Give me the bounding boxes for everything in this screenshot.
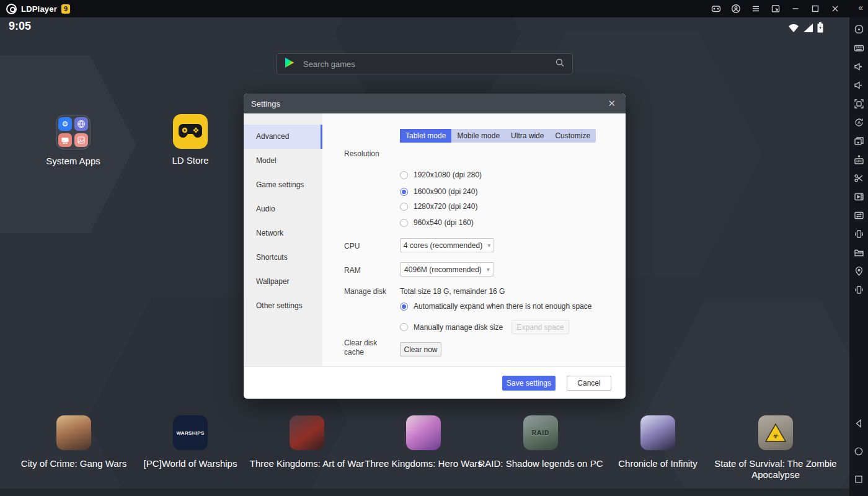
operation-mode-icon[interactable] — [849, 20, 868, 38]
recents-icon[interactable] — [849, 470, 868, 489]
game-three-kingdoms-hero-wars[interactable]: Three Kingdoms: Hero Wars — [358, 415, 489, 469]
settings-mini-icon: ⚙ — [58, 117, 72, 131]
tab-customize[interactable]: Customize — [549, 129, 596, 143]
dialog-footer: Save settings Cancel — [244, 366, 626, 399]
tab-tablet-mode[interactable]: Tablet mode — [400, 129, 451, 143]
settings-dialog-header[interactable]: Settings ✕ — [244, 94, 626, 113]
sidebar-item-model[interactable]: Model — [244, 149, 322, 173]
volume-down-icon[interactable] — [849, 76, 868, 94]
minimize-icon[interactable] — [789, 2, 802, 16]
game-city-of-crime[interactable]: City of Crime: Gang Wars — [8, 415, 140, 469]
screenshot-icon[interactable] — [849, 169, 868, 187]
game-label: Three Kingdoms: Hero Wars — [358, 458, 489, 469]
system-apps-folder-icon: ⚙ — [56, 115, 91, 149]
tab-mobile-mode[interactable]: Mobile mode — [451, 129, 505, 143]
virtual-location-icon[interactable] — [849, 262, 868, 280]
search-input[interactable]: Search games — [277, 53, 573, 74]
resolution-label: Resolution — [344, 149, 379, 158]
cancel-button[interactable]: Cancel — [567, 376, 611, 391]
resolution-option-960x540[interactable]: 960x540 (dpi 160) — [400, 218, 474, 227]
back-icon[interactable] — [849, 414, 868, 433]
game-icon-text: WARSHIPS — [176, 430, 204, 436]
expand-space-button[interactable]: Expand space — [512, 320, 569, 334]
ram-dropdown[interactable]: 4096M (recommended) ▾ — [400, 262, 494, 277]
fullscreen-icon[interactable] — [849, 94, 868, 113]
maximize-icon[interactable] — [808, 2, 822, 16]
auto-rotate-icon[interactable]: A — [849, 113, 868, 131]
cpu-value: 4 cores (recommended) — [404, 241, 482, 250]
disk-option-auto-expand[interactable]: Automatically expand when there is not e… — [400, 302, 592, 311]
radio-label: 1920x1080 (dpi 280) — [414, 170, 482, 179]
game-chronicle-of-infinity[interactable]: Chronicle of Infinity — [592, 415, 724, 469]
radio-label: 960x540 (dpi 160) — [414, 218, 474, 227]
game-raid-shadow-legends[interactable]: RAID RAID: Shadow legends on PC — [475, 415, 606, 469]
save-settings-button[interactable]: Save settings — [502, 376, 556, 391]
screen-record-icon[interactable] — [849, 187, 868, 206]
game-label: [PC]World of Warships — [125, 458, 256, 469]
collapse-sidebar-icon[interactable]: « — [858, 2, 863, 12]
game-icon — [640, 415, 675, 450]
resolution-option-1920x1080[interactable]: 1920x1080 (dpi 280) — [400, 170, 482, 179]
account-icon[interactable] — [729, 2, 743, 16]
sidebar-item-game-settings[interactable]: Game settings — [244, 173, 322, 197]
apk-label: APK — [856, 159, 862, 163]
close-icon[interactable] — [828, 2, 842, 16]
wifi-icon — [788, 24, 799, 35]
clear-now-button[interactable]: Clear now — [400, 342, 441, 356]
dialog-close-icon[interactable]: ✕ — [605, 97, 618, 110]
app-system-apps[interactable]: ⚙ System Apps — [36, 115, 110, 166]
browser-mini-icon — [74, 117, 88, 131]
shared-folder-icon[interactable] — [849, 243, 868, 262]
game-state-of-survival[interactable]: ☣ State of Survival: The Zombie Apocalyp… — [710, 415, 841, 480]
radio-label: 1600x900 (dpi 240) — [414, 187, 477, 196]
sync-icon[interactable] — [849, 206, 868, 224]
game-label: Three Kingdoms: Art of War — [241, 458, 373, 469]
install-apk-icon[interactable]: APK — [849, 150, 868, 169]
window-mode-icon[interactable] — [769, 2, 782, 16]
status-time: 9:05 — [9, 20, 31, 33]
home-icon[interactable] — [849, 442, 868, 461]
resolution-option-1600x900[interactable]: 1600x900 (dpi 240) — [400, 187, 477, 196]
chevron-down-icon: ▾ — [487, 266, 490, 273]
menu-icon[interactable] — [749, 2, 763, 16]
resolution-tabs: Tablet mode Mobile mode Ultra wide Custo… — [400, 129, 596, 143]
google-play-icon — [285, 57, 294, 71]
ram-value: 4096M (recommended) — [404, 265, 482, 274]
version-badge: 9 — [61, 4, 70, 14]
sidebar-item-other-settings[interactable]: Other settings — [244, 294, 322, 318]
game-label: Chronicle of Infinity — [592, 458, 724, 469]
battery-charging-icon — [817, 22, 823, 35]
multi-instance-icon[interactable] — [849, 131, 868, 150]
game-label: RAID: Shadow legends on PC — [475, 458, 606, 469]
manage-disk-label: Manage disk — [344, 287, 386, 296]
app-title: LDPlayer — [21, 4, 57, 14]
cpu-dropdown[interactable]: 4 cores (recommended) ▾ — [400, 238, 494, 252]
search-icon — [555, 58, 565, 70]
dialog-title: Settings — [251, 99, 280, 108]
bottom-strip — [0, 489, 849, 496]
shake-icon[interactable] — [849, 224, 868, 243]
game-icon: WARSHIPS — [173, 415, 208, 450]
sidebar-item-audio[interactable]: Audio — [244, 197, 322, 221]
app-label: LD Store — [153, 155, 228, 166]
game-world-of-warships[interactable]: WARSHIPS [PC]World of Warships — [125, 415, 256, 469]
game-icon: ☣ — [758, 415, 793, 450]
gamepad-icon[interactable] — [709, 2, 723, 16]
app-label: System Apps — [36, 156, 110, 166]
radio-icon — [400, 171, 408, 179]
tab-ultra-wide[interactable]: Ultra wide — [505, 129, 549, 143]
game-three-kingdoms-art-of-war[interactable]: Three Kingdoms: Art of War — [241, 415, 373, 469]
game-icon — [56, 415, 91, 450]
app-ld-store[interactable]: LD Store — [153, 114, 228, 166]
disk-option-manual[interactable]: Manually manage disk size Expand space — [400, 320, 569, 334]
sidebar-item-advanced[interactable]: Advanced — [244, 125, 322, 149]
disk-summary: Total size 18 G, remainder 16 G — [400, 287, 505, 296]
rotate-screen-icon[interactable] — [849, 280, 868, 299]
sidebar-item-shortcuts[interactable]: Shortcuts — [244, 246, 322, 270]
volume-up-icon[interactable] — [849, 57, 868, 76]
resolution-option-1280x720[interactable]: 1280x720 (dpi 240) — [400, 202, 477, 211]
sidebar-item-wallpaper[interactable]: Wallpaper — [244, 270, 322, 294]
sidebar-item-network[interactable]: Network — [244, 221, 322, 246]
game-label: City of Crime: Gang Wars — [8, 458, 140, 469]
keyboard-icon[interactable] — [849, 38, 868, 57]
